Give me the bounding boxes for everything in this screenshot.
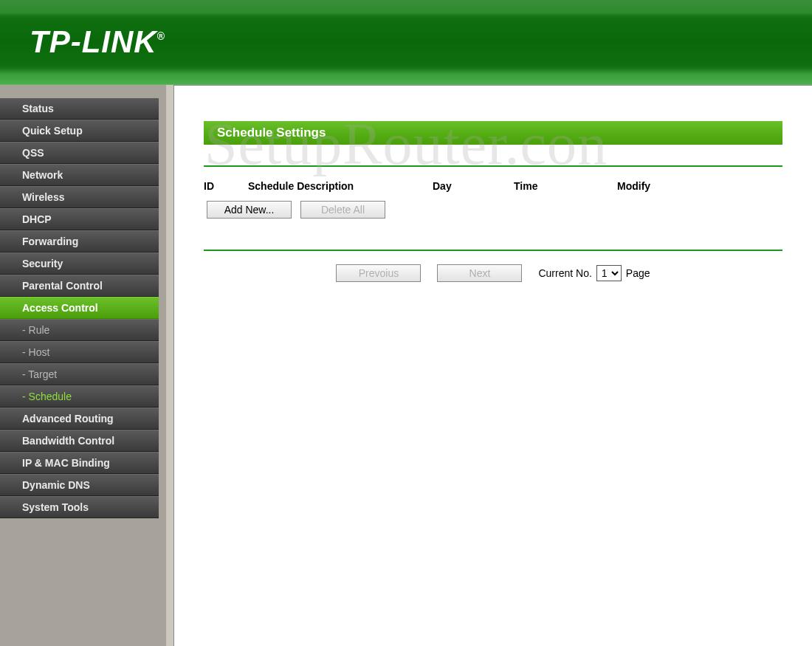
sidebar-item-advanced-routing[interactable]: Advanced Routing <box>0 408 159 430</box>
separator-top <box>204 165 782 167</box>
sidebar-item-network[interactable]: Network <box>0 164 159 186</box>
sidebar-item-parental-control[interactable]: Parental Control <box>0 275 159 297</box>
sidebar-item-quick-setup[interactable]: Quick Setup <box>0 120 159 142</box>
col-header-id: ID <box>204 180 248 192</box>
sidebar-item-dhcp[interactable]: DHCP <box>0 208 159 230</box>
page-title: Schedule Settings <box>204 121 782 145</box>
action-button-row: Add New... Delete All <box>204 201 782 219</box>
main-content: Schedule Settings ID Schedule Descriptio… <box>173 85 812 646</box>
sidebar-item-access-control[interactable]: Access Control <box>0 297 159 319</box>
col-header-time: Time <box>514 180 617 192</box>
sidebar-item-dynamic-dns[interactable]: Dynamic DNS <box>0 474 159 496</box>
sidebar-item-bandwidth-control[interactable]: Bandwidth Control <box>0 430 159 452</box>
sidebar-item-system-tools[interactable]: System Tools <box>0 496 159 518</box>
sidebar-item-ip-mac-binding[interactable]: IP & MAC Binding <box>0 452 159 474</box>
separator-bottom <box>204 250 782 251</box>
sidebar-nav: Status Quick Setup QSS Network Wireless … <box>0 85 166 646</box>
current-no-label: Current No. <box>538 267 591 279</box>
add-new-button[interactable]: Add New... <box>207 201 292 219</box>
page-selector-group: Current No. 1 Page <box>538 265 650 281</box>
delete-all-button[interactable]: Delete All <box>300 201 385 219</box>
previous-button[interactable]: Prevoius <box>336 264 421 282</box>
sidebar-sub-schedule[interactable]: - Schedule <box>0 385 159 408</box>
pagination-bar: Prevoius Next Current No. 1 Page <box>204 264 782 282</box>
sidebar-item-wireless[interactable]: Wireless <box>0 186 159 208</box>
page-label: Page <box>626 267 650 279</box>
page-number-select[interactable]: 1 <box>596 265 622 281</box>
sidebar-divider <box>166 85 173 646</box>
sidebar-item-status[interactable]: Status <box>0 98 159 120</box>
col-header-day: Day <box>433 180 514 192</box>
next-button[interactable]: Next <box>437 264 522 282</box>
schedule-table-header: ID Schedule Description Day Time Modify <box>204 180 782 201</box>
header-bar: TP-LINK® <box>0 0 812 85</box>
sidebar-sub-target[interactable]: - Target <box>0 363 159 385</box>
brand-logo: TP-LINK® <box>30 24 165 60</box>
sidebar-item-security[interactable]: Security <box>0 252 159 275</box>
sidebar-sub-host[interactable]: - Host <box>0 341 159 363</box>
brand-text: TP-LINK <box>30 24 157 59</box>
sidebar-item-forwarding[interactable]: Forwarding <box>0 230 159 252</box>
sidebar-item-qss[interactable]: QSS <box>0 142 159 164</box>
col-header-description: Schedule Description <box>248 180 433 192</box>
registered-icon: ® <box>157 30 165 42</box>
col-header-modify: Modify <box>617 180 691 192</box>
sidebar-sub-rule[interactable]: - Rule <box>0 319 159 341</box>
